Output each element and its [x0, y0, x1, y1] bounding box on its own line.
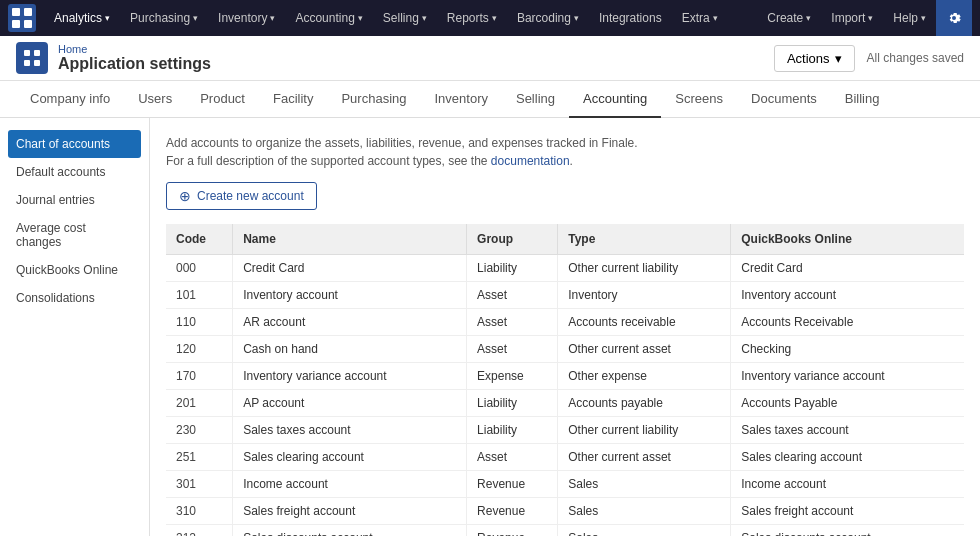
table-cell-name: Inventory account [233, 282, 467, 309]
tab-facility[interactable]: Facility [259, 81, 327, 118]
table-cell-type: Sales [558, 471, 731, 498]
nav-create[interactable]: Create ▾ [757, 0, 821, 36]
table-cell-qbo: Sales discounts account [731, 525, 964, 537]
table-cell-group: Liability [467, 255, 558, 282]
table-cell-group: Liability [467, 417, 558, 444]
table-cell-code: 000 [166, 255, 233, 282]
tab-purchasing[interactable]: Purchasing [327, 81, 420, 118]
table-row[interactable]: 301Income accountRevenueSalesIncome acco… [166, 471, 964, 498]
table-cell-type: Other expense [558, 363, 731, 390]
tab-selling[interactable]: Selling [502, 81, 569, 118]
chevron-down-icon: ▾ [193, 13, 198, 23]
top-navigation: Analytics ▾ Purchasing ▾ Inventory ▾ Acc… [0, 0, 980, 36]
tab-screens[interactable]: Screens [661, 81, 737, 118]
table-cell-name: Sales taxes account [233, 417, 467, 444]
table-cell-code: 101 [166, 282, 233, 309]
breadcrumb-home-link[interactable]: Home [58, 43, 211, 55]
tab-inventory[interactable]: Inventory [420, 81, 501, 118]
table-cell-qbo: Inventory variance account [731, 363, 964, 390]
chevron-down-icon: ▾ [713, 13, 718, 23]
table-cell-name: Cash on hand [233, 336, 467, 363]
tab-company-info[interactable]: Company info [16, 81, 124, 118]
table-cell-type: Sales [558, 525, 731, 537]
page-title: Application settings [58, 55, 211, 73]
tab-accounting[interactable]: Accounting [569, 81, 661, 118]
table-cell-code: 120 [166, 336, 233, 363]
chevron-down-icon: ▾ [806, 13, 811, 23]
nav-integrations[interactable]: Integrations [589, 0, 672, 36]
tab-billing[interactable]: Billing [831, 81, 894, 118]
nav-help[interactable]: Help ▾ [883, 0, 936, 36]
nav-reports[interactable]: Reports ▾ [437, 0, 507, 36]
svg-rect-4 [24, 20, 32, 28]
table-cell-code: 230 [166, 417, 233, 444]
saved-status: All changes saved [867, 51, 964, 65]
nav-purchasing[interactable]: Purchasing ▾ [120, 0, 208, 36]
col-header-type: Type [558, 224, 731, 255]
content-description: Add accounts to organize the assets, lia… [166, 134, 964, 170]
sidebar-item-quickbooks-online[interactable]: QuickBooks Online [0, 256, 149, 284]
table-cell-qbo: Income account [731, 471, 964, 498]
sidebar-item-average-cost-changes[interactable]: Average cost changes [0, 214, 149, 256]
accounts-table: Code Name Group Type QuickBooks Online 0… [166, 224, 964, 536]
logo[interactable] [8, 4, 36, 32]
table-cell-qbo: Checking [731, 336, 964, 363]
chevron-down-icon: ▾ [921, 13, 926, 23]
create-new-account-button[interactable]: ⊕ Create new account [166, 182, 317, 210]
sidebar: Chart of accounts Default accounts Journ… [0, 118, 150, 536]
sidebar-item-chart-of-accounts[interactable]: Chart of accounts [8, 130, 141, 158]
table-cell-group: Liability [467, 390, 558, 417]
nav-analytics[interactable]: Analytics ▾ [44, 0, 120, 36]
table-row[interactable]: 201AP accountLiabilityAccounts payableAc… [166, 390, 964, 417]
table-row[interactable]: 310Sales freight accountRevenueSalesSale… [166, 498, 964, 525]
sidebar-item-journal-entries[interactable]: Journal entries [0, 186, 149, 214]
documentation-link[interactable]: documentation [491, 154, 570, 168]
table-cell-type: Inventory [558, 282, 731, 309]
breadcrumb-bar: Home Application settings Actions ▾ All … [0, 36, 980, 81]
tab-documents[interactable]: Documents [737, 81, 831, 118]
tab-users[interactable]: Users [124, 81, 186, 118]
nav-accounting[interactable]: Accounting ▾ [285, 0, 372, 36]
chevron-down-icon: ▾ [270, 13, 275, 23]
table-cell-qbo: Credit Card [731, 255, 964, 282]
chevron-down-icon: ▾ [358, 13, 363, 23]
svg-rect-6 [34, 50, 40, 56]
table-cell-group: Asset [467, 309, 558, 336]
table-row[interactable]: 170Inventory variance accountExpenseOthe… [166, 363, 964, 390]
settings-gear-button[interactable] [936, 0, 972, 36]
actions-button[interactable]: Actions ▾ [774, 45, 855, 72]
table-row[interactable]: 110AR accountAssetAccounts receivableAcc… [166, 309, 964, 336]
nav-inventory[interactable]: Inventory ▾ [208, 0, 285, 36]
breadcrumb-right: Actions ▾ All changes saved [774, 45, 964, 72]
table-cell-group: Revenue [467, 525, 558, 537]
table-cell-name: Inventory variance account [233, 363, 467, 390]
nav-extra[interactable]: Extra ▾ [672, 0, 728, 36]
table-row[interactable]: 101Inventory accountAssetInventoryInvent… [166, 282, 964, 309]
table-cell-name: Income account [233, 471, 467, 498]
breadcrumb-text: Home Application settings [58, 43, 211, 73]
table-cell-qbo: Accounts Payable [731, 390, 964, 417]
table-row[interactable]: 120Cash on handAssetOther current assetC… [166, 336, 964, 363]
nav-import[interactable]: Import ▾ [821, 0, 883, 36]
table-cell-name: Credit Card [233, 255, 467, 282]
table-cell-code: 170 [166, 363, 233, 390]
nav-selling[interactable]: Selling ▾ [373, 0, 437, 36]
table-cell-type: Sales [558, 498, 731, 525]
table-cell-name: Sales freight account [233, 498, 467, 525]
app-icon [16, 42, 48, 74]
table-row[interactable]: 251Sales clearing accountAssetOther curr… [166, 444, 964, 471]
svg-rect-8 [34, 60, 40, 66]
table-row[interactable]: 312Sales discounts accountRevenueSalesSa… [166, 525, 964, 537]
chevron-down-icon: ▾ [492, 13, 497, 23]
table-cell-code: 312 [166, 525, 233, 537]
nav-barcoding[interactable]: Barcoding ▾ [507, 0, 589, 36]
table-cell-name: Sales clearing account [233, 444, 467, 471]
tab-product[interactable]: Product [186, 81, 259, 118]
col-header-qbo: QuickBooks Online [731, 224, 964, 255]
table-row[interactable]: 230Sales taxes accountLiabilityOther cur… [166, 417, 964, 444]
table-cell-type: Accounts payable [558, 390, 731, 417]
table-row[interactable]: 000Credit CardLiabilityOther current lia… [166, 255, 964, 282]
svg-rect-3 [12, 20, 20, 28]
sidebar-item-consolidations[interactable]: Consolidations [0, 284, 149, 312]
sidebar-item-default-accounts[interactable]: Default accounts [0, 158, 149, 186]
